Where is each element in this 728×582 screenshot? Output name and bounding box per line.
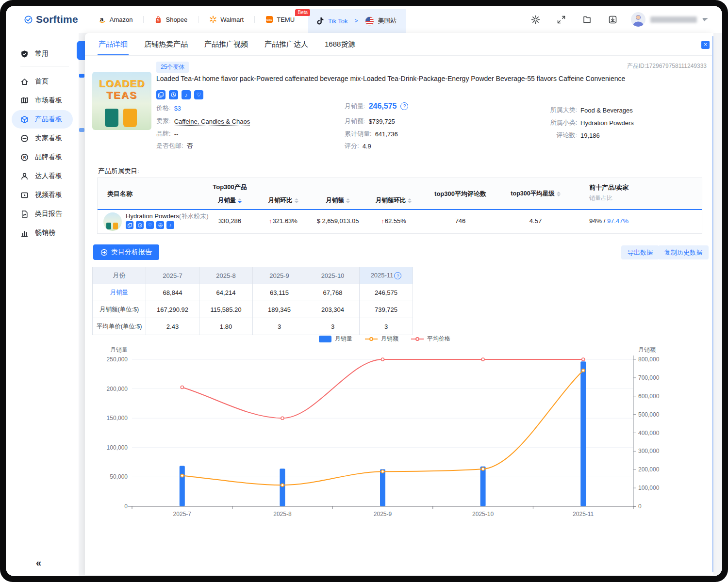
platform-shopee[interactable]: S Shopee — [154, 16, 187, 23]
col-label: 月销环比 — [268, 196, 293, 205]
copy-icon[interactable] — [156, 90, 165, 99]
platform-amazon[interactable]: a Amazon — [99, 16, 133, 23]
close-icon[interactable]: × — [701, 41, 710, 49]
sort-icon — [238, 198, 242, 203]
sidebar-item-label: 品牌看板 — [35, 153, 62, 162]
brand-logo[interactable]: Sorftime — [24, 14, 78, 25]
monthly-header-1: 2025-7 — [146, 267, 199, 284]
svg-text:150,000: 150,000 — [107, 415, 128, 421]
export-data-button[interactable]: 导出数据 — [621, 245, 659, 259]
username-redacted[interactable] — [650, 16, 697, 23]
sidebar-item-label: 达人看板 — [35, 172, 62, 180]
category-report-button[interactable]: 类目分析报告 — [93, 244, 159, 260]
files-icon[interactable] — [582, 15, 592, 24]
variants-badge[interactable]: 25个变体 — [156, 62, 189, 73]
field-label: 所属大类: — [546, 106, 577, 114]
sidebar-item-market[interactable]: 市场看板 — [12, 91, 73, 110]
report-arrow-icon[interactable] — [156, 221, 164, 229]
platform-label: Shopee — [165, 16, 187, 23]
scrollbar-thumb[interactable] — [712, 36, 713, 572]
sidebar-item-category-report[interactable]: 类目报告 — [12, 205, 73, 223]
sales-chart: 月销量月销额050,000100,000150,000200,000250,00… — [99, 345, 670, 516]
avatar[interactable] — [631, 12, 645, 27]
col-header-avg-reviews: top300平均评论数 — [420, 190, 500, 198]
col-header-revenue[interactable]: 月销额 — [309, 196, 367, 205]
field-label: 月销量: — [345, 102, 365, 111]
legend-label: 平均价格 — [427, 335, 450, 343]
field-rating: 评分:4.9 — [345, 142, 371, 150]
platform-walmart[interactable]: Walmart — [209, 16, 244, 23]
seller-link[interactable]: Caffeine, Candles & Chaos — [174, 118, 250, 125]
help-icon[interactable]: ? — [400, 102, 408, 110]
platform-tiktok-active[interactable]: Tik Tok > 美国站 — [308, 9, 405, 33]
fullscreen-icon[interactable] — [557, 15, 566, 24]
col-header-avg-rating[interactable]: top300平均星级 — [500, 190, 571, 198]
tab-1688-sourcing[interactable]: 1688货源 — [324, 33, 356, 55]
region-label[interactable]: 美国站 — [378, 16, 397, 25]
tiktok-icon[interactable]: ♪ — [182, 90, 191, 99]
field-value: Hydration Powders — [580, 119, 634, 127]
tab-shop-hot-products[interactable]: 店铺热卖产品 — [143, 33, 189, 55]
tab-promo-influencers[interactable]: 产品推广达人 — [264, 33, 309, 55]
sidebar-item-bestsellers[interactable]: 畅销榜 — [12, 224, 73, 242]
download-icon[interactable] — [608, 15, 617, 24]
video-icon — [20, 191, 29, 199]
field-monthly-sales: 月销量:246,575? — [345, 102, 408, 111]
shopee-icon: S — [154, 16, 162, 23]
category-name-link[interactable]: Hydration Powders(补水粉末) — [126, 212, 209, 221]
col-header-revenue-mom[interactable]: 月销额环比 — [367, 196, 420, 205]
sidebar-item-video[interactable]: 视频看板 — [12, 186, 73, 204]
favorite-icon[interactable]: ♡ — [146, 221, 154, 229]
temu-icon: temu — [265, 16, 273, 23]
sorftime-logo-icon — [24, 16, 33, 24]
product-image[interactable]: LOADED TEAS — [92, 72, 151, 130]
tiktok-icon[interactable]: ♪ — [166, 221, 174, 229]
favorite-icon[interactable]: ♡ — [194, 90, 203, 99]
sidebar-item-seller[interactable]: 卖家看板 — [12, 129, 73, 147]
cell-value: 62.55% — [385, 217, 406, 225]
dropdown-caret-icon[interactable] — [701, 18, 708, 21]
tab-promo-videos[interactable]: 产品推广视频 — [203, 33, 249, 55]
sidebar-section-common[interactable]: 常用 — [6, 46, 79, 62]
monthly-header-3: 2025-9 — [253, 267, 306, 284]
legend-item[interactable]: 月销额 — [365, 335, 398, 343]
cell-value: 94% / — [589, 217, 605, 225]
chart-legend: 月销量月销额平均价格 — [99, 335, 670, 343]
tab-product-detail[interactable]: 产品详细 — [98, 33, 129, 55]
settings-icon[interactable] — [531, 15, 540, 24]
field-monthly-revenue: 月销额:$739,725 — [345, 117, 395, 126]
copy-history-button[interactable]: 复制历史数据 — [658, 245, 709, 259]
platform-label: Tik Tok — [328, 17, 347, 25]
amazon-icon: a — [99, 16, 106, 23]
sidebar-item-label: 卖家看板 — [35, 134, 62, 143]
platform-label: Amazon — [110, 16, 133, 23]
col-header-monthly-sales[interactable]: 月销量 — [202, 196, 258, 205]
sidebar-item-brand[interactable]: R 品牌看板 — [12, 148, 73, 166]
field-seller: 卖家:Caffeine, Candles & Chaos — [156, 117, 250, 126]
monthly-header-0: 月份 — [93, 267, 146, 284]
field-sub-category: 所属小类:Hydration Powders — [546, 118, 634, 127]
sidebar-collapse-button[interactable]: « — [36, 557, 40, 568]
help-icon[interactable]: ? — [394, 272, 401, 279]
sidebar-item-product[interactable]: 产品看板 — [12, 110, 73, 129]
sidebar-item-influencer[interactable]: 达人看板 — [12, 167, 73, 185]
sidebar-item-home[interactable]: 首页 — [12, 72, 73, 91]
product-image-text: TEAS — [92, 89, 151, 101]
monthly-row-label[interactable]: 月销量 — [93, 284, 146, 301]
copy-icon[interactable] — [126, 221, 133, 229]
category-thumbnail[interactable] — [103, 212, 122, 231]
field-value: -- — [174, 130, 179, 138]
circle-arrow-icon — [100, 249, 108, 256]
sort-icon — [295, 198, 298, 203]
platform-label: TEMU — [277, 16, 295, 23]
legend-item[interactable]: 平均价格 — [411, 335, 450, 343]
history-icon[interactable] — [169, 90, 178, 99]
history-icon[interactable] — [136, 221, 144, 229]
platform-temu[interactable]: temu TEMU Beta — [265, 16, 295, 23]
cell-revenue-mom: ↑62.55% — [367, 217, 420, 225]
col-group-top300: Top300产品 — [202, 183, 258, 192]
svg-text:500,000: 500,000 — [638, 411, 660, 418]
legend-item[interactable]: 月销量 — [319, 335, 352, 343]
cell-value-seller-share[interactable]: 97.47% — [607, 217, 629, 225]
col-header-sales-mom[interactable]: 月销环比 — [258, 196, 309, 205]
